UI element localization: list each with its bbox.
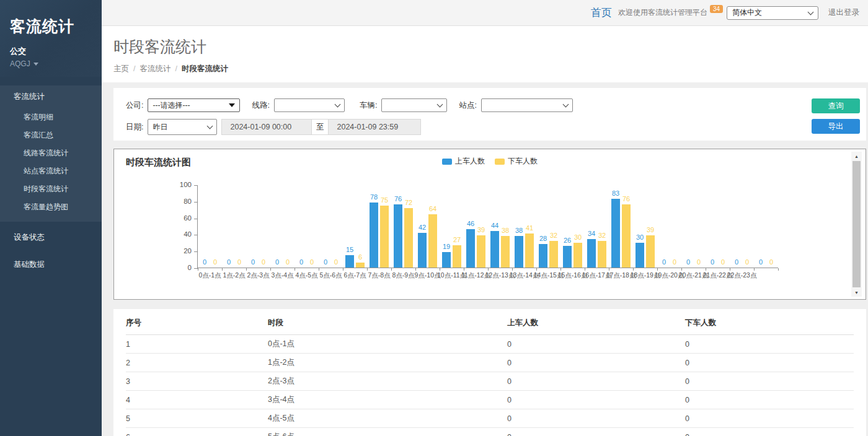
sidebar-item[interactable]: 设备状态 [0, 226, 102, 249]
table-cell: 1 [126, 335, 268, 354]
chart-bar [380, 206, 389, 268]
x-axis-label: 2点-3点 [247, 271, 269, 280]
table-cell: 3 [126, 372, 268, 391]
x-axis-label: 1点-2点 [223, 271, 245, 280]
chevron-down-icon [437, 102, 443, 108]
x-axis-tick [657, 268, 658, 271]
sidebar-item[interactable]: 线路客流统计 [0, 144, 102, 162]
table-cell: 0点-1点 [268, 335, 507, 354]
y-axis-tick [194, 185, 198, 186]
x-axis-label: 22点-23点 [727, 271, 757, 280]
scrollbar-up-arrow-icon[interactable]: ▲ [851, 152, 862, 160]
chart-panel: 时段车流统计图 上车人数下车人数 0204060801000点-1点001点-2… [113, 149, 866, 300]
x-axis-label: 3点-4点 [271, 271, 293, 280]
chevron-down-icon [207, 123, 213, 129]
date-preset-select[interactable]: 昨日 [148, 119, 217, 135]
x-axis-tick [488, 268, 489, 271]
chart-bar [539, 244, 547, 268]
chart-bar [356, 263, 365, 268]
breadcrumb-item[interactable]: 客流统计 [140, 64, 170, 73]
legend-item[interactable]: 下车人数 [495, 156, 538, 167]
chart-bar [418, 233, 427, 268]
breadcrumb-item[interactable]: 主页 [113, 64, 129, 73]
language-select[interactable]: 简体中文 [727, 6, 818, 20]
chart-bar [587, 239, 596, 268]
query-button[interactable]: 查询 [812, 98, 860, 113]
legend-label: 上车人数 [455, 156, 485, 167]
chart-bar [515, 236, 523, 268]
table-cell: 2 [126, 354, 268, 372]
start-date-input[interactable]: 2024-01-09 00:00 [221, 119, 312, 135]
vehicle-label: 车辆: [360, 100, 377, 111]
table-column-header: 下车人数 [685, 309, 854, 335]
table-cell: 0 [685, 335, 854, 354]
sidebar-item[interactable]: 时段客流统计 [0, 180, 102, 198]
x-axis-tick [294, 268, 295, 271]
legend-item[interactable]: 上车人数 [442, 156, 485, 167]
table-column-header: 序号 [126, 309, 268, 335]
table-cell: 5点-6点 [268, 428, 507, 436]
org-switcher[interactable]: AQGJ [10, 59, 102, 68]
x-axis-label: 0点-1点 [198, 271, 221, 280]
logout-link[interactable]: 退出登录 [828, 7, 859, 18]
bar-value-label: 39 [640, 226, 661, 233]
bar-value-label: 27 [446, 236, 467, 243]
x-axis-label: 4点-5点 [295, 271, 317, 280]
table-cell: 0 [507, 372, 685, 391]
x-axis-tick [222, 268, 223, 271]
chart-scrollbar[interactable]: ▲ ▼ [851, 152, 862, 297]
table-cell: 0 [507, 391, 685, 409]
x-axis-tick [440, 268, 440, 271]
vehicle-select[interactable] [381, 98, 447, 112]
chart-bar [466, 229, 475, 268]
sidebar-item[interactable]: 客流量趋势图 [0, 198, 102, 216]
table-cell: 0 [685, 354, 854, 372]
app-window: 客流统计 公交 AQGJ 客流统计客流明细客流汇总线路客流统计站点客流统计时段客… [0, 0, 868, 436]
data-table-panel: 序号时段上车人数下车人数 10点-1点0021点-2点0032点-3点0043点… [113, 309, 866, 436]
org-code-label: AQGJ [10, 59, 30, 68]
sidebar-item[interactable]: 客流明细 [0, 108, 102, 126]
table-header-row: 序号时段上车人数下车人数 [126, 309, 854, 335]
x-axis-tick [681, 268, 682, 271]
company-select[interactable]: ---请选择--- [148, 98, 240, 112]
breadcrumb-separator: / [133, 64, 135, 73]
table-row: 10点-1点00 [126, 335, 854, 354]
welcome-text: 欢迎使用客流统计管理平台 [618, 7, 707, 18]
nav-home-link[interactable]: 首页 [591, 6, 612, 20]
date-preset-value: 昨日 [153, 122, 167, 133]
app-logo: 客流统计 [10, 16, 102, 37]
chart-bar [501, 236, 510, 268]
company-label: 公司: [126, 100, 143, 111]
scrollbar-down-arrow-icon[interactable]: ▼ [851, 288, 862, 297]
bar-value-label: 64 [422, 205, 443, 212]
table-cell: 2点-3点 [268, 372, 507, 391]
sidebar-item[interactable]: 客流汇总 [0, 126, 102, 144]
scrollbar-thumb[interactable] [852, 161, 861, 287]
table-cell: 0 [507, 354, 685, 372]
sidebar-group: 客流统计客流明细客流汇总线路客流统计站点客流统计时段客流统计客流量趋势图 [0, 85, 102, 222]
table-row: 65点-6点00 [126, 428, 854, 436]
main-area: 首页 欢迎使用客流统计管理平台 34 简体中文 退出登录 时段客流统计 主页/客… [102, 0, 868, 436]
sidebar-brand-area: 客流统计 公交 AQGJ [0, 0, 102, 77]
chart-bar [394, 204, 402, 268]
line-select[interactable] [274, 98, 345, 112]
station-label: 站点: [459, 100, 476, 111]
notification-badge[interactable]: 34 [710, 5, 723, 13]
x-axis-tick [367, 268, 368, 271]
end-date-input[interactable]: 2024-01-09 23:59 [328, 119, 421, 135]
table-cell: 0 [685, 428, 854, 436]
station-select[interactable] [481, 98, 573, 112]
sidebar-item[interactable]: 基础数据 [0, 253, 102, 276]
x-axis-tick [464, 268, 464, 271]
y-axis-tick [194, 202, 198, 203]
bar-value-label: 72 [398, 199, 419, 206]
table-cell: 4 [126, 391, 268, 409]
table-cell: 0 [507, 409, 685, 428]
content-area: 公司: ---请选择--- 线路: 车辆: 站点: [102, 82, 868, 436]
top-navbar: 首页 欢迎使用客流统计管理平台 34 简体中文 退出登录 [102, 0, 868, 26]
sidebar-group-header[interactable]: 客流统计 [0, 85, 102, 108]
chevron-down-icon [335, 102, 341, 108]
company-select-value: ---请选择--- [153, 100, 190, 111]
export-button[interactable]: 导出 [812, 119, 860, 134]
sidebar-item[interactable]: 站点客流统计 [0, 162, 102, 180]
